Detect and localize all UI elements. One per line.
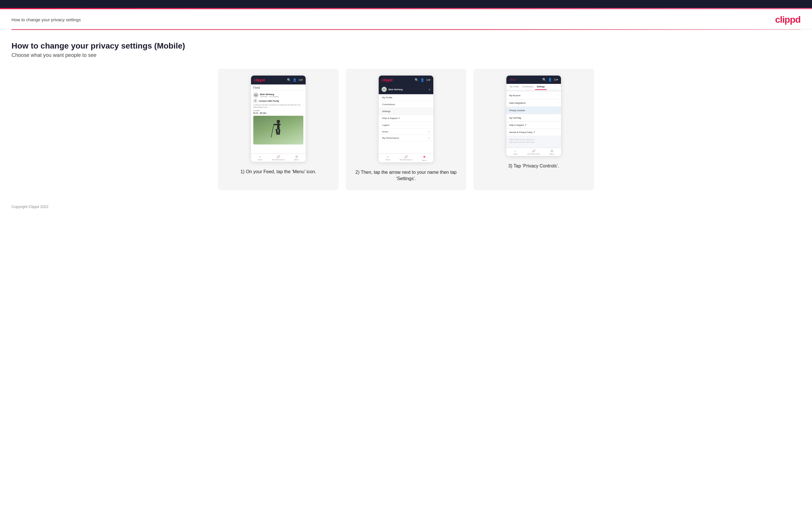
- tab-settings[interactable]: Settings: [535, 84, 547, 90]
- settings-item-help-support-label: Help & Support ↗: [509, 124, 526, 126]
- page-subheading: Choose what you want people to see: [11, 52, 801, 58]
- feed-duration-label: Duration: [253, 110, 303, 111]
- phone-2-header: clippd 🔍 👤 ⊙▾: [379, 75, 433, 84]
- svg-rect-4: [278, 129, 281, 135]
- settings-item-help-support[interactable]: Help & Support ↗: [506, 122, 561, 129]
- settings-tabs: My Profile Connections Settings: [506, 84, 561, 90]
- nav2-performance-label: My Performance: [400, 159, 412, 161]
- header-title: How to change your privacy settings: [11, 17, 81, 22]
- settings-item-privacy-controls[interactable]: Privacy Controls ›: [506, 107, 561, 114]
- nav-menu-label: Menu: [295, 159, 299, 161]
- close-icon: ✕: [423, 155, 425, 159]
- menu-chevron-up: ∧: [428, 88, 430, 91]
- menu-item-logout-label: Logout: [382, 124, 389, 126]
- svg-line-5: [271, 124, 274, 137]
- steps-container: clippd 🔍 👤 ⊙▾ Feed BM Blair McHarg Yest: [11, 69, 801, 190]
- nav3-home-label: Home: [513, 153, 518, 155]
- footer: Copyright Clippd 2022: [0, 199, 812, 215]
- menu-user-name: Blair McHarg: [389, 88, 403, 91]
- step-3-label: 3) Tap ‘Privacy Controls’.: [508, 163, 559, 169]
- search-icon-3: 🔍: [542, 78, 546, 81]
- performance-icon-3: 📈: [532, 149, 536, 153]
- step-2-label: 2) Then, tap the arrow next to your name…: [351, 169, 461, 182]
- chevron-right-icon-4: ›: [557, 116, 558, 119]
- settings-list: My Account › Data Integrations › Privacy…: [506, 90, 561, 148]
- menu-item-help[interactable]: Help & Support ↗: [379, 115, 433, 122]
- svg-rect-3: [275, 129, 278, 135]
- settings-version: Clippd Client Version: 2022.8.3-3 GQL Se…: [506, 136, 561, 146]
- nav-performance-label: My Performance: [272, 159, 285, 161]
- menu-item-settings[interactable]: Settings: [379, 108, 433, 115]
- phone-1-logo: clippd: [254, 78, 265, 82]
- phone-2-bottom-nav: ⌂ Home 📈 My Performance ✕ Menu: [379, 153, 433, 162]
- tab-connections[interactable]: Connections: [520, 84, 535, 90]
- home-icon-2: ⌂: [387, 155, 389, 158]
- feed-user-row: BM Blair McHarg Yesterday · Sunningdale: [253, 93, 303, 98]
- tab-my-profile[interactable]: My Profile: [508, 84, 520, 90]
- step-1-phone: clippd 🔍 👤 ⊙▾ Feed BM Blair McHarg Yest: [251, 75, 306, 162]
- lesson-icon: 🏌: [253, 99, 257, 103]
- avatar: BM: [253, 93, 258, 98]
- search-icon-2: 🔍: [415, 78, 419, 82]
- chevron-down-icon: ∨: [428, 130, 430, 133]
- feed-label: Feed: [253, 86, 303, 91]
- home-icon: ⌂: [259, 155, 261, 158]
- user-icon: 👤: [293, 78, 297, 82]
- nav3-performance-label: My Performance: [527, 153, 540, 155]
- settings-back-bar: ‹ Back 🔍 👤 ⊙▾: [506, 75, 561, 84]
- settings-item-data-integrations[interactable]: Data Integrations ›: [506, 99, 561, 107]
- performance-icon: 📈: [276, 155, 280, 158]
- nav3-menu: ☰ Menu: [543, 149, 561, 155]
- golf-image: [253, 116, 303, 145]
- menu-item-connections[interactable]: Connections: [379, 101, 433, 108]
- settings-item-data-integrations-label: Data Integrations: [509, 102, 525, 104]
- menu-item-profile-label: My Profile: [382, 96, 393, 99]
- menu-section-performance[interactable]: My Performance ∨: [379, 135, 433, 141]
- feed-user-name: Blair McHarg: [260, 93, 278, 96]
- menu-user-info: BM Blair McHarg: [382, 87, 403, 92]
- feed-lesson-row: 🏌 Lesson with Fordy: [253, 99, 303, 103]
- feed-desc: Looking to feel like my hands are exitin…: [253, 104, 303, 109]
- nav-performance: 📈 My Performance: [269, 155, 287, 161]
- settings-item-privacy-controls-label: Privacy Controls: [509, 109, 525, 112]
- back-link[interactable]: ‹ Back: [509, 78, 516, 81]
- menu-section-performance-label: My Performance: [382, 137, 399, 139]
- version-line-2: GQL Server Version: 2022.7.30-1: [509, 141, 558, 144]
- copyright: Copyright Clippd 2022: [11, 205, 49, 209]
- version-line-1: Clippd Client Version: 2022.8.3-3: [509, 138, 558, 141]
- menu-item-settings-label: Settings: [382, 110, 391, 113]
- settings-item-my-golf-bag[interactable]: My Golf Bag ›: [506, 114, 561, 121]
- phone-3-icons: 🔍 👤 ⊙▾: [542, 78, 558, 81]
- chevron-right-icon-2: ›: [557, 101, 558, 104]
- settings-item-service-privacy[interactable]: Service & Privacy Policy ↗: [506, 129, 561, 136]
- menu-item-profile[interactable]: My Profile: [379, 94, 433, 101]
- chevron-right-icon-3: ›: [557, 109, 558, 112]
- nav3-home: ⌂ Home: [506, 149, 524, 155]
- feed-user-sub: Yesterday · Sunningdale: [260, 96, 278, 97]
- settings-item-service-privacy-label: Service & Privacy Policy ↗: [509, 131, 535, 133]
- header: How to change your privacy settings clip…: [0, 9, 812, 29]
- nav2-menu: ✕ Menu: [415, 155, 433, 161]
- phone-1-bottom-nav: ⌂ Home 📈 My Performance ☰ Menu: [251, 153, 306, 162]
- nav-home: ⌂ Home: [251, 155, 269, 161]
- menu-section-home-label: Home: [382, 130, 388, 133]
- step-1-label: 1) On your Feed, tap the ‘Menu’ icon.: [240, 169, 316, 175]
- page-heading: How to change your privacy settings (Mob…: [11, 41, 801, 51]
- phone-1-icons: 🔍 👤 ⊙▾: [287, 78, 303, 82]
- settings-icon-3: ⊙▾: [554, 78, 558, 81]
- nav2-home-label: Home: [386, 159, 390, 161]
- step-3-card: ‹ Back 🔍 👤 ⊙▾ My Profile Connections Set…: [473, 69, 594, 190]
- logo: clippd: [775, 14, 801, 25]
- menu-item-connections-label: Connections: [382, 103, 395, 106]
- menu-item-logout[interactable]: Logout: [379, 122, 433, 129]
- phone-2-content: BM Blair McHarg ∧ My Profile Connections…: [379, 84, 433, 153]
- menu-section-home[interactable]: Home ∨: [379, 129, 433, 135]
- menu-icon-3: ☰: [551, 149, 553, 153]
- feed-duration-value: 01 hr : 30 min: [253, 112, 303, 114]
- nav2-performance: 📈 My Performance: [397, 155, 415, 161]
- top-bar: [0, 0, 812, 8]
- settings-item-my-account[interactable]: My Account ›: [506, 92, 561, 99]
- svg-point-0: [276, 120, 280, 123]
- step-1-card: clippd 🔍 👤 ⊙▾ Feed BM Blair McHarg Yest: [218, 69, 339, 190]
- settings-icon: ⊙▾: [299, 78, 303, 82]
